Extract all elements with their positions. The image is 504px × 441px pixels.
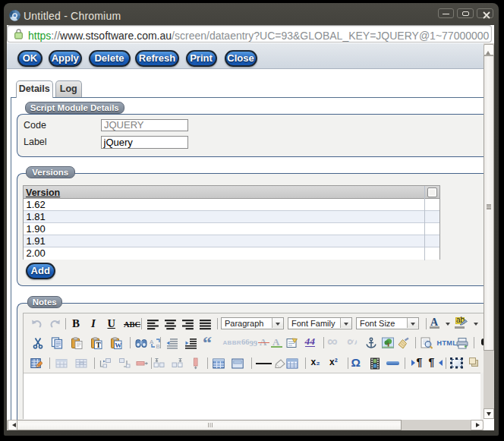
svg-text:T: T (96, 342, 101, 349)
svg-text:W: W (115, 342, 121, 349)
